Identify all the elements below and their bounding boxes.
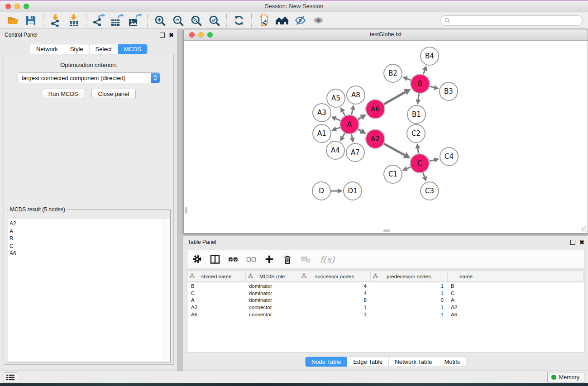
- graph-node-A1[interactable]: A1: [313, 124, 331, 143]
- zoom-fit-button[interactable]: [187, 13, 205, 28]
- export-table-button[interactable]: [108, 13, 126, 28]
- tab-style[interactable]: Style: [64, 44, 89, 54]
- show-columns-button[interactable]: [209, 253, 221, 266]
- tab-motifs[interactable]: Motifs: [438, 357, 466, 367]
- graph-node-C3[interactable]: C3: [421, 182, 439, 200]
- table-row[interactable]: A6connector11A6: [187, 311, 584, 318]
- graph-edge[interactable]: [384, 144, 405, 155]
- graph-edge[interactable]: [336, 128, 340, 129]
- graph-edge[interactable]: [343, 111, 345, 115]
- graph-node-A4[interactable]: A4: [326, 141, 344, 159]
- graph-edge[interactable]: [430, 86, 434, 88]
- table-float-panel-icon[interactable]: [570, 240, 575, 245]
- graph-node-D[interactable]: D: [312, 182, 330, 200]
- graph-node-C1[interactable]: C1: [384, 165, 402, 183]
- graph-edge[interactable]: [423, 173, 424, 177]
- create-column-button[interactable]: [263, 253, 275, 266]
- table-row[interactable]: Cdominator41C: [187, 290, 584, 297]
- mcds-result-item[interactable]: C: [10, 243, 163, 250]
- tab-edge-table[interactable]: Edge Table: [347, 357, 388, 367]
- graph-node-A8[interactable]: A8: [347, 86, 365, 104]
- graph-edge[interactable]: [407, 79, 411, 80]
- graph-node-D1[interactable]: D1: [344, 182, 362, 200]
- graph-node-B3[interactable]: B3: [440, 82, 458, 100]
- float-panel-icon[interactable]: [160, 33, 165, 38]
- graph-node-A3[interactable]: A3: [313, 104, 331, 122]
- column-header-predecessor-nodes[interactable]: predecessor nodes: [370, 271, 447, 282]
- tab-network-table[interactable]: Network Table: [388, 357, 438, 367]
- table-options-button[interactable]: [191, 253, 203, 266]
- tab-node-table[interactable]: Node Table: [306, 357, 347, 367]
- column-header-MCDS-role[interactable]: MCDS role: [245, 271, 299, 282]
- result-scrollbar[interactable]: [163, 219, 170, 362]
- mcds-result-item[interactable]: A2: [10, 220, 163, 228]
- zoom-out-button[interactable]: [169, 13, 187, 28]
- graph-edge[interactable]: [384, 92, 405, 104]
- close-panel-icon[interactable]: ✖: [169, 32, 174, 38]
- export-image-button[interactable]: [126, 13, 144, 28]
- graph-node-A6[interactable]: A6: [366, 100, 385, 119]
- graph-edge[interactable]: [418, 94, 419, 100]
- run-mcds-button[interactable]: Run MCDS: [42, 89, 85, 99]
- tab-network[interactable]: Network: [30, 44, 64, 54]
- graph-edge[interactable]: [343, 133, 345, 137]
- column-header-shared-name[interactable]: shared name: [187, 271, 245, 282]
- import-network-button[interactable]: [47, 13, 65, 28]
- graph-edge[interactable]: [352, 134, 353, 138]
- graph-edge[interactable]: [358, 117, 361, 119]
- table-close-panel-icon[interactable]: ✖: [579, 239, 584, 245]
- vertical-scroll-thumb[interactable]: [185, 207, 187, 214]
- graph-node-B1[interactable]: B1: [407, 105, 425, 124]
- tab-mcds[interactable]: MCDS: [118, 44, 147, 54]
- graph-edge[interactable]: [358, 129, 361, 131]
- window-resize-grip[interactable]: [581, 226, 587, 232]
- graph-node-C2[interactable]: C2: [407, 124, 425, 143]
- show-panel-button[interactable]: [309, 13, 327, 28]
- graph-node-A7[interactable]: A7: [346, 143, 364, 162]
- graph-node-C[interactable]: C: [410, 154, 429, 173]
- export-network-button[interactable]: [90, 13, 108, 28]
- select-all-button[interactable]: [227, 253, 239, 266]
- column-header-successor-nodes[interactable]: successor nodes: [299, 271, 370, 282]
- graph-node-A2[interactable]: A2: [366, 129, 385, 148]
- mcds-result-item[interactable]: A: [10, 228, 163, 235]
- graph-edge[interactable]: [418, 148, 418, 153]
- import-table-button[interactable]: [65, 13, 83, 28]
- graph-node-C4[interactable]: C4: [440, 148, 458, 166]
- search-input[interactable]: [453, 17, 578, 24]
- home-button[interactable]: [273, 13, 291, 28]
- mcds-result-item[interactable]: A6: [10, 250, 163, 257]
- open-session-button[interactable]: [4, 13, 22, 28]
- table-row[interactable]: A2connector11A2: [187, 304, 584, 311]
- new-network-from-selection-button[interactable]: [255, 13, 273, 28]
- graph-node-B4[interactable]: B4: [421, 47, 439, 65]
- task-history-button[interactable]: [4, 372, 17, 382]
- graph-node-B2[interactable]: B2: [384, 64, 402, 82]
- table-row[interactable]: Adominator80A: [187, 297, 584, 304]
- apply-preferred-layout-button[interactable]: [230, 13, 248, 28]
- deselect-all-button[interactable]: [245, 253, 257, 266]
- graph-node-A5[interactable]: A5: [327, 89, 345, 107]
- save-session-button[interactable]: [22, 13, 40, 28]
- tab-select[interactable]: Select: [89, 44, 118, 54]
- graph-edge[interactable]: [352, 110, 353, 114]
- table-row[interactable]: Bdominator41B: [187, 282, 584, 290]
- graph-node-A[interactable]: A: [340, 115, 359, 134]
- hide-panel-button[interactable]: [291, 13, 309, 28]
- graph-edge[interactable]: [429, 160, 434, 161]
- delete-columns-button[interactable]: [282, 253, 293, 266]
- zoom-in-button[interactable]: [151, 13, 169, 28]
- graph-edge[interactable]: [335, 119, 340, 120]
- graph-node-B[interactable]: B: [411, 74, 430, 93]
- graph-edge[interactable]: [423, 70, 425, 74]
- search-box[interactable]: [440, 15, 583, 26]
- memory-button[interactable]: Memory: [547, 372, 584, 382]
- mcds-result-item[interactable]: B: [10, 235, 163, 243]
- optimization-criterion-select[interactable]: largest connected component (directed): [18, 72, 160, 83]
- horizontal-scroll-thumb[interactable]: [383, 229, 390, 232]
- column-header-name[interactable]: name: [447, 271, 485, 282]
- graph-edge[interactable]: [407, 167, 411, 168]
- network-canvas[interactable]: AA1A2A3A4A5A6A7A8BB1B2B3B4CC1C2C3C4DD1: [184, 41, 587, 233]
- close-panel-button[interactable]: Close panel: [91, 89, 136, 99]
- zoom-selected-button[interactable]: [205, 13, 223, 28]
